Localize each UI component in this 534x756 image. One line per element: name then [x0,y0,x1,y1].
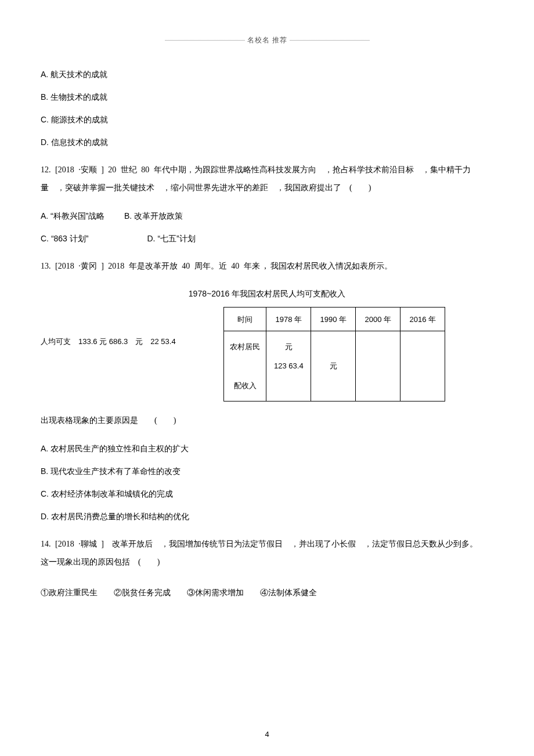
cell-2016 [400,331,445,401]
header-label: 名校名 推荐 [247,36,287,44]
q14-stem: 14. [2018 ·聊城 ] 改革开放后 ，我国增加传统节日为法定节假日 ，并… [41,536,493,571]
q13-option-a: A. 农村居民生产的独立性和自主权的扩大 [41,443,493,455]
cell-1978-mid: 123 63.4 [274,361,304,370]
q13-table-wrap: 人均可支 133.6 元 686.3 元 22 53.4 时间 1978 年 1… [41,307,493,401]
page-number: 4 [0,729,534,740]
q11-option-a: A. 航天技术的成就 [41,68,493,81]
cell-2000 [356,331,400,401]
q13-table-title: 1978~2016 年我国农村居民人均可支配收入 [41,288,493,300]
q11-option-b: B. 生物技术的成就 [41,91,493,103]
q13-option-c: C. 农村经济体制改革和城镇化的完成 [41,488,493,500]
q12-option-a: A. “科教兴国”战略 [41,210,104,222]
row-label-line1: 农村居民 [230,342,260,351]
q12-option-c: C. “863 计划” [41,233,128,245]
page-header: ┄┄┄┄┄┄┄┄┄┄┄┄┄┄┄┄┄┄┄┄┄┄┄ 名校名 推荐 ┄┄┄┄┄┄┄┄┄… [41,35,493,45]
q13-ask: 出现表格现象的主要原因是 ( ) [41,412,493,430]
q11-option-d: D. 信息技术的成就 [41,136,493,149]
table-row: 时间 1978 年 1990 年 2000 年 2016 年 [224,308,445,331]
cell-1990-mid: 元 [330,361,337,370]
q13-option-b: B. 现代农业生产技术有了革命性的改变 [41,465,493,478]
q11-option-c: C. 能源技术的成就 [41,114,493,126]
cell-1978-top: 元 [285,342,293,351]
q13-stem: 13. [2018 ·黄冈 ] 2018 年是改革开放 40 周年。近 40 年… [41,258,493,276]
col-1978: 1978 年 [266,308,311,331]
q12-option-d: D. “七五”计划 [147,233,196,245]
row-label-cell: 农村居民 配收入 [224,331,266,401]
cell-1990: 元 [311,331,356,401]
header-dots-left: ┄┄┄┄┄┄┄┄┄┄┄┄┄┄┄┄┄┄┄┄┄┄┄ [165,37,245,44]
col-1990: 1990 年 [311,308,356,331]
col-2000: 2000 年 [356,308,400,331]
q12-option-b: B. 改革开放政策 [124,210,183,222]
q12-options-row1: A. “科教兴国”战略 B. 改革开放政策 [41,210,493,222]
q13-outside-left-text: 人均可支 133.6 元 686.3 元 22 53.4 [41,307,176,377]
cell-1978: 元 123 63.4 [266,331,311,401]
header-dots-right: ┄┄┄┄┄┄┄┄┄┄┄┄┄┄┄┄┄┄┄┄┄┄┄ [290,37,370,44]
col-2016: 2016 年 [400,308,445,331]
row-label-line3: 配收入 [234,381,257,390]
q13-table: 时间 1978 年 1990 年 2000 年 2016 年 农村居民 配收入 … [223,307,445,401]
col-time: 时间 [224,308,266,331]
q12-options-row2: C. “863 计划” D. “七五”计划 [41,233,493,245]
q12-stem: 12. [2018 ·安顺 ] 20 世纪 80 年代中期，为跟踪世界战略性高科… [41,161,493,197]
table-row: 农村居民 配收入 元 123 63.4 元 [224,331,445,401]
q14-choices: ①政府注重民生 ②脱贫任务完成 ③休闲需求增加 ④法制体系健全 [41,584,493,602]
q13-option-d: D. 农村居民消费总量的增长和结构的优化 [41,511,493,523]
